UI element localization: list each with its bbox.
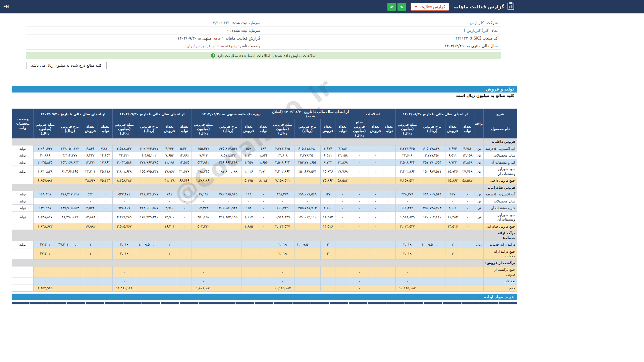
value-cell: [57, 285, 83, 292]
value-cell: [369, 278, 382, 285]
value-cell: ۱۱,۲۸۳: [320, 212, 335, 223]
value-cell: [445, 285, 460, 292]
table-row: سود سوزآور ومشتقات آنتن۰۱۱,۲۸۳۱۷۰,۰۶۴,۶۱…: [12, 212, 517, 223]
value-cell: ۱,۹۱۸,۸۳۹: [395, 212, 419, 223]
value-cell: ۱,۸۰۱,۰۸۱: [192, 285, 215, 292]
unit-cell: [475, 285, 484, 292]
unit-cell: تن: [475, 205, 484, 212]
row-label: آب اکسیژنه ۵۰ درصد: [484, 191, 517, 198]
value-cell: ۱,۸۳۴: [256, 152, 271, 159]
section-label: درآمد ارائه خدمات:: [484, 230, 517, 241]
col-header-amount-0: مبلغ فروش (میلیون ریال): [395, 119, 419, 138]
signature-notice: اطلاعات نمایش داده شده با اطلاعات امضا ش…: [26, 52, 501, 59]
value-cell: ۳,۰۲۳,۵۴۷: [395, 223, 419, 230]
value-cell: ۲,۲۲۳,۴۲۵: [271, 145, 294, 152]
value-cell: ۷,۶۵۲: [162, 152, 177, 159]
value-cell: [335, 266, 350, 278]
value-cell: ۰: [98, 205, 112, 212]
value-cell: [98, 278, 112, 285]
info-row: سال مالی منتهی به: ۱۴۰۴/۱۲/۲۹ وضعیت ناشر…: [26, 42, 501, 50]
value-cell: ۱۵,۹۴۶: [445, 166, 460, 177]
value-cell: ۲,۰۱۹: [112, 241, 136, 248]
report-type-dropdown[interactable]: گزارش فعالیت: [411, 3, 449, 11]
col-header-rate-3: نرخ فروش (ریال): [215, 119, 241, 138]
value-cell: ۱۰,۱۸۵,۰۸۷: [395, 285, 419, 292]
value-cell: ۰: [350, 198, 369, 205]
value-cell: ۰: [215, 198, 241, 205]
value-cell: [215, 248, 241, 259]
value-cell: ۱۶,۴۰۱: [162, 223, 177, 230]
value-cell: ۰: [256, 198, 271, 205]
section-label: برگشت از فروش:: [484, 259, 517, 266]
value-cell: ۰: [369, 198, 382, 205]
value-cell: [419, 223, 445, 230]
value-cell: ۶,۳۳۲: [83, 152, 98, 159]
value-cell: ۴,۲۳۳: [162, 145, 177, 152]
col-header-qty_prod-3: تعداد تولید: [256, 119, 271, 138]
value-cell: ۰: [335, 241, 350, 248]
value-cell: ۱,۲۹۸,۸۶۱: [192, 177, 215, 184]
report-type-dropdown-label: گزارش فعالیت: [420, 4, 445, 9]
value-cell: [241, 278, 256, 285]
col-header-amount-5: مبلغ فروش (میلیون ریال): [33, 119, 57, 138]
value-cell: ۵۵۹: [241, 145, 256, 152]
company-label: شرکت:: [485, 20, 498, 25]
value-cell: ۰: [33, 198, 57, 205]
value-cell: [136, 285, 162, 292]
fiscal-year-label: سال مالی منتهی به:: [466, 44, 498, 48]
row-label: آب اکسیژنه ۵۰ درصد: [484, 145, 517, 152]
report-period-label: گزارش فعالیت ماهانه: [226, 36, 260, 41]
value-cell: ۷۲۸,۸۰۷: [112, 205, 136, 212]
status-cell: [12, 266, 33, 278]
value-cell: [294, 177, 320, 184]
value-cell: ۰: [369, 205, 382, 212]
value-cell: [57, 248, 83, 259]
col-header-amount-2: مبلغ فروش (میلیون ریال): [271, 119, 294, 138]
col-group-header-4: از ابتدای سال مالی تا تاریخ ۱۴۰۴/۰۹/۳۰: [112, 109, 192, 119]
value-cell: ۰: [112, 278, 136, 285]
value-cell: ۰: [335, 212, 350, 223]
value-cell: ۰: [350, 248, 369, 259]
value-cell: ۵۳۴,۹۶۲: [192, 159, 215, 166]
value-cell: ۸۸,۳۹۰,۰۱۹: [57, 212, 83, 223]
value-cell: ۲۷,۷۶۹: [460, 166, 475, 177]
value-cell: [445, 278, 460, 285]
col-header-rate-4: نرخ فروش (ریال): [136, 119, 162, 138]
value-cell: ۲,۵۰۸,۶۲۴: [271, 159, 294, 166]
value-cell: ۰: [177, 212, 192, 223]
col-group-header-0: از ابتدای سال مالی تا تاریخ ۱۴۰۴/۰۸/۳۰: [395, 109, 475, 119]
col-header-status: وضعیت محصول-واحد: [12, 109, 33, 138]
symbol-link[interactable]: کلر( کلرپارس ): [464, 28, 489, 33]
value-cell: ۴,۷۸۶: [335, 145, 350, 152]
value-cell: ۲,۰۱۹: [112, 248, 136, 259]
row-label: جمع فروش صادراتی: [484, 223, 517, 230]
value-cell: ۰: [241, 248, 256, 259]
col-header-amount-1: مبلغ فروش (میلیون ریال): [350, 119, 369, 138]
language-toggle[interactable]: EN: [3, 4, 9, 9]
table-row: سایر محصولاتتن۱۳,۱۵۸۶,۵۱۱۳,۷۷۹,۴۵۰۲۴,۶۰۸…: [12, 152, 517, 159]
value-cell: ۲,۴۰۲,۸۶۴: [271, 166, 294, 177]
value-cell: [320, 266, 335, 278]
value-cell: ۰: [369, 166, 382, 177]
value-cell: ۰: [382, 248, 395, 259]
section-subtitle: کلیه مبالغ به میلیون ریال است: [12, 93, 517, 99]
nav-back-button[interactable]: <: [387, 3, 396, 11]
nav-forward-button[interactable]: >: [397, 3, 406, 11]
section-row: درآمد ارائه خدمات:: [12, 230, 517, 241]
value-cell: ۱۷۵,۹۲۹,۳۸۰: [136, 212, 162, 223]
value-cell: ۹,۷۱۲: [192, 152, 215, 159]
status-cell: تولید: [12, 198, 33, 205]
value-cell: ۰: [256, 241, 271, 248]
company-link[interactable]: کلرپارس: [470, 20, 484, 25]
unit-cell: [475, 223, 484, 230]
value-cell: ۲,۲۶۹,۴۸۹: [112, 212, 136, 223]
section-row: فروش داخلی:: [12, 138, 517, 145]
value-cell: [460, 266, 475, 278]
value-cell: ۱۶۹,۹۲۸: [33, 191, 57, 198]
status-cell: تولید: [12, 205, 33, 212]
registered-capital-value: ۷,۳۶۴,۳۳۱: [213, 20, 230, 25]
value-cell: ۶,۵۱۱: [445, 152, 460, 159]
row-label: سود سوزآور ومشتقات آن: [484, 166, 517, 177]
value-cell: ۷۴۱: [162, 191, 177, 198]
value-cell: ۱: [83, 248, 98, 259]
